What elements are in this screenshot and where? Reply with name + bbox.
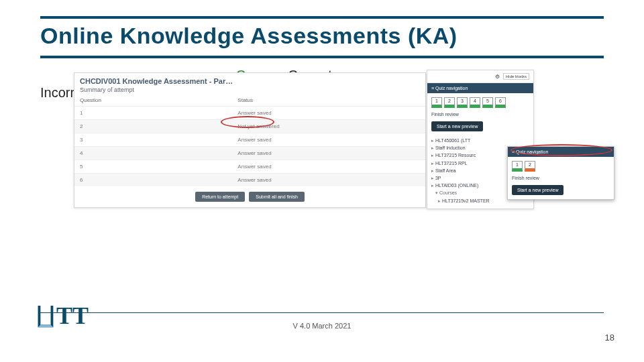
summary-table: Question Status 1Answer saved 2Not yet a… (74, 95, 425, 186)
quiz-nav-popup-header: ≡ Quiz navigation (508, 147, 614, 157)
quiz-nav-item[interactable]: 5 (482, 97, 493, 108)
gear-icon[interactable]: ⚙ (495, 74, 500, 80)
submit-button[interactable]: Submit all and finish (249, 192, 305, 202)
slide-title-block: Online Knowledge Assessments (KA) (40, 16, 604, 58)
table-row: 1Answer saved (74, 107, 425, 120)
quiz-nav-popup: ≡ Quiz navigation 1 2 Finish review Star… (507, 146, 614, 200)
start-preview-button[interactable]: Start a new preview (512, 185, 564, 195)
table-row: 5Answer saved (74, 160, 425, 174)
finish-review-link[interactable]: Finish review (427, 112, 533, 119)
hide-blocks-label[interactable]: Hide blocks (503, 73, 529, 80)
quiz-nav-buttons: 1 2 3 4 5 6 (427, 93, 533, 112)
quiz-nav-header: ≡ Quiz navigation (427, 83, 533, 93)
footer-divider (40, 312, 604, 313)
quiz-nav-item[interactable]: 3 (457, 97, 468, 108)
quiz-nav-item[interactable]: 1 (431, 97, 442, 108)
col-question: Question (74, 95, 232, 107)
screenshot-title: CHCDIV001 Knowledge Assessment - Par… (80, 77, 420, 85)
table-row: 3Answer saved (74, 133, 425, 147)
finish-review-link[interactable]: Finish review (508, 176, 614, 183)
table-row: 4Answer saved (74, 147, 425, 160)
table-row: 2Not yet answered (74, 120, 425, 133)
quiz-nav-item[interactable]: 6 (495, 97, 506, 108)
slide-title: Online Knowledge Assessments (KA) (40, 23, 604, 49)
start-preview-button[interactable]: Start a new preview (431, 121, 483, 131)
version-text: V 4.0 March 2021 (0, 322, 644, 330)
screenshot-subtitle: Summary of attempt (80, 86, 420, 93)
quiz-nav-item[interactable]: 1 (512, 161, 523, 172)
quiz-nav-item[interactable]: 4 (470, 97, 480, 108)
col-status: Status (232, 95, 425, 107)
screenshot-summary: CHCDIV001 Knowledge Assessment - Par… Su… (74, 72, 426, 208)
quiz-nav-item[interactable]: 2 (525, 161, 535, 172)
table-row: 6Answer saved (74, 174, 425, 187)
page-number: 18 (605, 333, 614, 343)
side-link[interactable]: HLT450061 (LTT (431, 137, 529, 144)
return-button[interactable]: Return to attempt (195, 192, 245, 202)
quiz-nav-item[interactable]: 2 (444, 97, 455, 108)
